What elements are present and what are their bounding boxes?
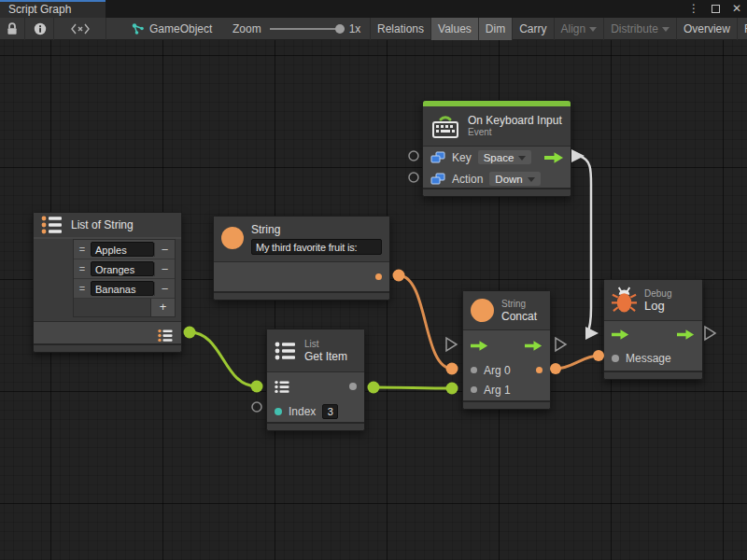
info-button[interactable] xyxy=(26,18,54,40)
node-on-keyboard-input[interactable]: On Keyboard Input Event Key Space xyxy=(422,100,571,197)
relations-button[interactable]: Relations xyxy=(371,18,431,40)
enum-icon xyxy=(430,151,445,164)
index-value-input[interactable]: 3 xyxy=(322,404,338,419)
key-value-dropdown[interactable]: Space xyxy=(478,150,532,164)
list-item-input[interactable]: Apples xyxy=(91,242,154,257)
values-button[interactable]: Values xyxy=(431,18,479,40)
distribute-dropdown[interactable]: Distribute xyxy=(604,18,677,40)
key-port-label: Key xyxy=(452,151,472,164)
list-item-input[interactable]: Bananas xyxy=(91,281,154,296)
overview-button[interactable]: Overview xyxy=(677,18,738,40)
script-graph-window: Script Graph ⋮ ✕ xyxy=(0,0,747,560)
dim-button[interactable]: Dim xyxy=(479,18,513,40)
gameobject-label: GameObject xyxy=(149,22,212,35)
list-item-row: = Apples − xyxy=(74,240,175,259)
embed-code-button[interactable] xyxy=(55,18,106,40)
result-output-port-icon[interactable] xyxy=(536,367,543,373)
node-title: Get Item xyxy=(304,350,347,363)
list-item-row: = Bananas − xyxy=(74,279,175,299)
list-input-port-icon[interactable] xyxy=(275,380,290,394)
node-title: Log xyxy=(644,300,671,313)
zoom-slider[interactable] xyxy=(270,28,345,30)
carry-button[interactable]: Carry xyxy=(513,18,554,40)
chevron-down-icon xyxy=(662,27,669,32)
close-icon[interactable]: ✕ xyxy=(732,0,741,18)
chevron-down-icon xyxy=(528,177,535,182)
action-value-dropdown[interactable]: Down xyxy=(489,172,540,186)
lock-icon xyxy=(7,22,18,35)
node-subtitle: Event xyxy=(468,127,562,138)
gameobject-reference[interactable]: GameObject xyxy=(131,18,212,40)
chevron-down-icon xyxy=(518,156,526,161)
flow-input-arrow-icon[interactable] xyxy=(612,329,629,341)
node-concat[interactable]: String Concat Arg 0 Arg 1 xyxy=(462,290,551,410)
arg0-port-label: Arg 0 xyxy=(484,364,511,377)
info-icon xyxy=(34,22,47,35)
drag-handle-icon[interactable]: = xyxy=(74,263,91,274)
remove-item-button[interactable]: − xyxy=(154,262,175,276)
tab-script-graph[interactable]: Script Graph xyxy=(0,0,106,18)
keyboard-icon xyxy=(430,112,460,140)
list-output-port-icon[interactable] xyxy=(158,329,174,343)
arg1-port-icon[interactable] xyxy=(471,386,477,393)
drag-handle-icon[interactable]: = xyxy=(74,244,91,255)
node-string-literal[interactable]: String My third favorite fruit is: xyxy=(213,216,390,301)
zoom-slider-handle[interactable] xyxy=(335,24,345,34)
node-get-item[interactable]: List Get Item Index 3 xyxy=(266,329,365,431)
flow-output-arrow-icon[interactable] xyxy=(525,340,543,352)
string-value-input[interactable]: My third favorite fruit is: xyxy=(251,239,382,255)
list-item-row: = Oranges − xyxy=(74,259,175,279)
string-type-icon xyxy=(221,227,244,249)
toolbar-toggle-group: Relations Values Dim Carry Align Distrib… xyxy=(370,18,747,40)
graph-network-icon xyxy=(131,22,145,35)
align-dropdown[interactable]: Align xyxy=(555,18,605,40)
list-item-input[interactable]: Oranges xyxy=(91,261,154,276)
action-port-label: Action xyxy=(452,173,483,186)
bug-icon xyxy=(612,286,637,315)
flow-input-arrow-icon[interactable] xyxy=(471,340,488,352)
node-title: List of String xyxy=(71,218,134,231)
message-port-icon[interactable] xyxy=(612,355,619,362)
tab-strip: Script Graph ⋮ ✕ xyxy=(0,0,747,18)
list-icon xyxy=(41,215,63,235)
node-title: Concat xyxy=(501,310,537,323)
flow-output-arrow-icon[interactable] xyxy=(544,151,564,164)
node-subtitle: Debug xyxy=(644,288,671,300)
window-controls: ⋮ ✕ xyxy=(688,0,741,18)
message-port-label: Message xyxy=(626,352,671,365)
remove-item-button[interactable]: − xyxy=(154,243,175,257)
add-item-button[interactable]: + xyxy=(150,299,175,316)
node-subtitle: String xyxy=(501,299,537,310)
node-title: On Keyboard Input xyxy=(468,114,562,127)
integer-port-icon[interactable] xyxy=(275,408,282,415)
node-subtitle: List xyxy=(304,339,347,350)
node-debug-log[interactable]: Debug Log Message xyxy=(603,279,703,380)
angle-brackets-x-icon xyxy=(70,23,91,35)
kebab-menu-icon[interactable]: ⋮ xyxy=(688,0,699,18)
string-output-port-icon[interactable] xyxy=(375,273,382,280)
fullscreen-button[interactable]: Full Scre xyxy=(738,18,747,40)
zoom-label: Zoom xyxy=(233,22,261,35)
lock-button[interactable] xyxy=(0,18,25,40)
remove-item-button[interactable]: − xyxy=(154,282,175,296)
node-list-of-string[interactable]: List of String = Apples − = Oranges − = … xyxy=(33,212,182,353)
node-title: String xyxy=(251,223,382,236)
graph-toolbar: GameObject Zoom 1x Relations Values Dim … xyxy=(0,18,747,40)
flow-output-arrow-icon[interactable] xyxy=(677,329,695,341)
drag-handle-icon[interactable]: = xyxy=(74,283,91,294)
maximize-icon[interactable] xyxy=(712,5,720,13)
zoom-value: 1x xyxy=(349,22,361,35)
arg1-port-label: Arg 1 xyxy=(484,384,511,397)
string-type-icon xyxy=(471,299,494,322)
zoom-control: Zoom 1x xyxy=(233,18,360,40)
list-icon xyxy=(275,341,297,361)
arg0-port-icon[interactable] xyxy=(471,367,477,373)
enum-icon xyxy=(430,173,445,186)
item-output-port-icon[interactable] xyxy=(349,383,357,390)
string-list-editor: = Apples − = Oranges − = Bananas − + xyxy=(73,239,176,317)
index-port-label: Index xyxy=(289,405,316,418)
chevron-down-icon xyxy=(589,27,597,32)
